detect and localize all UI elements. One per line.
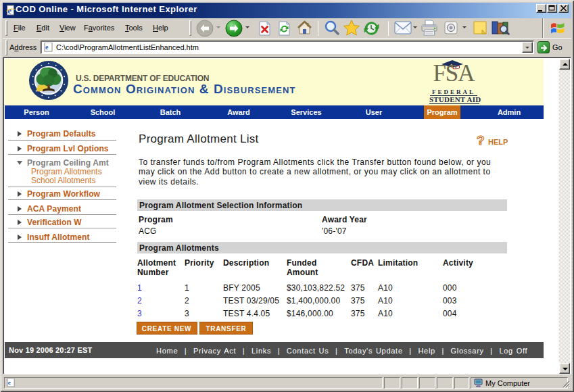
svg-text:e: e — [45, 43, 49, 51]
svg-text:e: e — [8, 379, 11, 386]
